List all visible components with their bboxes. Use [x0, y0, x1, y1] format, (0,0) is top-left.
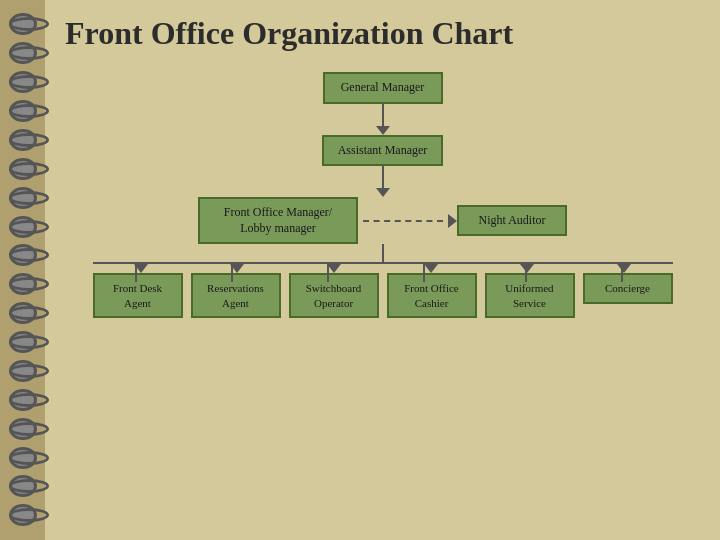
spiral-ring [9, 331, 37, 353]
night-auditor-box: Night Auditor [457, 205, 567, 236]
fom-center: Front Office Manager/ Lobby manager [198, 197, 358, 244]
tick-1 [135, 262, 137, 282]
tick-5 [525, 262, 527, 282]
arrows-row [93, 264, 673, 273]
front-office-cashier-wrapper: Front Office Cashier [387, 273, 477, 318]
horizontal-spread-line [93, 262, 673, 264]
connector-fom-spread [382, 244, 384, 262]
spiral-ring [9, 360, 37, 382]
tick-6 [621, 262, 623, 282]
front-desk-agent-wrapper: Front Desk Agent [93, 273, 183, 318]
arrow-reservations [230, 264, 244, 273]
assistant-manager-box: Assistant Manager [322, 135, 444, 167]
arrow-am-fom [376, 188, 390, 197]
spiral-ring [9, 187, 37, 209]
tick-3 [327, 262, 329, 282]
uniformed-service-box: Uniformed Service [485, 273, 575, 318]
connector-am-fom [382, 166, 384, 188]
switchboard-operator-wrapper: Switchboard Operator [289, 273, 379, 318]
spiral-ring [9, 129, 37, 151]
spiral-ring [9, 216, 37, 238]
page-title: Front Office Organization Chart [65, 15, 700, 52]
front-desk-agent-box: Front Desk Agent [93, 273, 183, 318]
spiral-ring [9, 158, 37, 180]
bottom-boxes-row: Front Desk Agent Reservations Agent Swit… [65, 273, 700, 318]
reservations-agent-box: Reservations Agent [191, 273, 281, 318]
level-general-manager: General Manager [323, 72, 443, 104]
front-office-cashier-box: Front Office Cashier [387, 273, 477, 318]
tick-4 [423, 262, 425, 282]
spiral-ring [9, 447, 37, 469]
spiral-ring [9, 273, 37, 295]
connector-gm-am [382, 104, 384, 126]
main-content: Front Office Organization Chart General … [45, 0, 720, 540]
tick-2 [231, 262, 233, 282]
switchboard-operator-box: Switchboard Operator [289, 273, 379, 318]
org-chart: General Manager Assistant Manager Front … [65, 72, 700, 318]
spiral-ring [9, 13, 37, 35]
arrow-switchboard [327, 264, 341, 273]
arrow-cashier [424, 264, 438, 273]
spiral-ring [9, 42, 37, 64]
spiral-binding [0, 0, 45, 540]
spiral-ring [9, 475, 37, 497]
spiral-ring [9, 244, 37, 266]
spiral-ring [9, 389, 37, 411]
concierge-wrapper: Concierge [583, 273, 673, 303]
spiral-ring [9, 504, 37, 526]
spiral-ring [9, 71, 37, 93]
spiral-ring [9, 100, 37, 122]
level-front-office-manager: Front Office Manager/ Lobby manager Nigh… [65, 197, 700, 244]
spiral-ring [9, 302, 37, 324]
uniformed-service-wrapper: Uniformed Service [485, 273, 575, 318]
general-manager-box: General Manager [323, 72, 443, 104]
dashed-line [363, 220, 443, 222]
arrow-gm-am [376, 126, 390, 135]
arrow-uniformed [520, 264, 534, 273]
night-auditor-connector: Night Auditor [358, 205, 567, 236]
front-office-manager-box: Front Office Manager/ Lobby manager [198, 197, 358, 244]
reservations-agent-wrapper: Reservations Agent [191, 273, 281, 318]
spiral-ring [9, 418, 37, 440]
level-assistant-manager: Assistant Manager [322, 135, 444, 167]
arrow-right-night-auditor [448, 214, 457, 228]
arrow-concierge [617, 264, 631, 273]
concierge-box: Concierge [583, 273, 673, 303]
